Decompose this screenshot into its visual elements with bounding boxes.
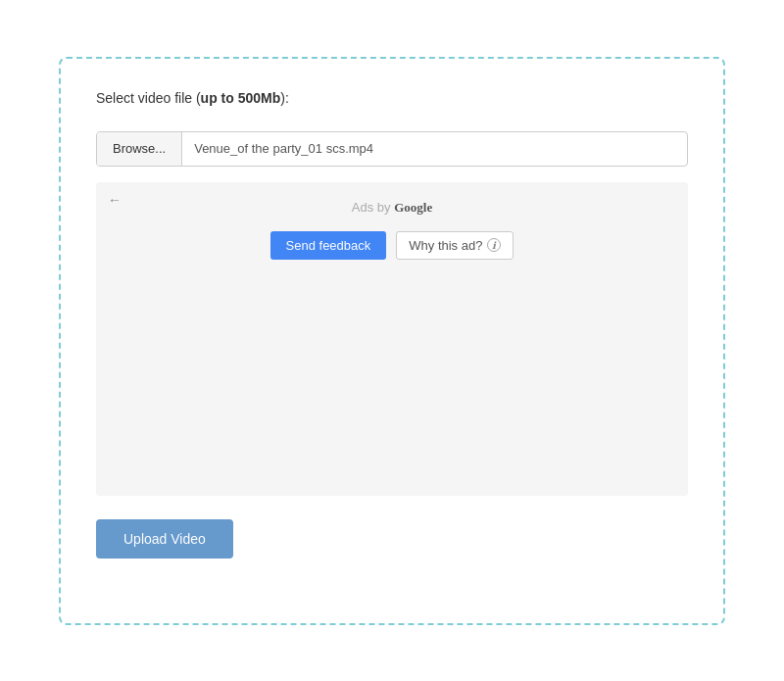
info-icon: ℹ (487, 238, 501, 252)
why-this-ad-label: Why this ad? (409, 238, 482, 253)
why-this-ad-button[interactable]: Why this ad? ℹ (396, 231, 514, 260)
send-feedback-button[interactable]: Send feedback (270, 231, 387, 260)
browse-button[interactable]: Browse... (97, 132, 182, 166)
label-end: ): (280, 90, 289, 106)
google-text: Google (394, 200, 432, 215)
file-name-display: Venue_of the party_01 scs.mp4 (182, 141, 687, 156)
ad-buttons-row: Send feedback Why this ad? ℹ (270, 231, 514, 260)
ads-by-text: Ads by (352, 200, 394, 215)
label-strong: up to 500Mb (201, 90, 281, 106)
file-input-row: Browse... Venue_of the party_01 scs.mp4 (96, 131, 688, 167)
back-arrow-icon[interactable]: ← (108, 192, 122, 208)
main-container: Select video file (up to 500Mb): Browse.… (59, 57, 725, 625)
ads-by-google-label: Ads by Google (352, 200, 432, 216)
upload-video-button[interactable]: Upload Video (96, 519, 233, 559)
ad-container: ← Ads by Google Send feedback Why this a… (96, 182, 688, 496)
file-select-label: Select video file (up to 500Mb): (96, 90, 688, 106)
label-text: Select video file ( (96, 90, 201, 106)
